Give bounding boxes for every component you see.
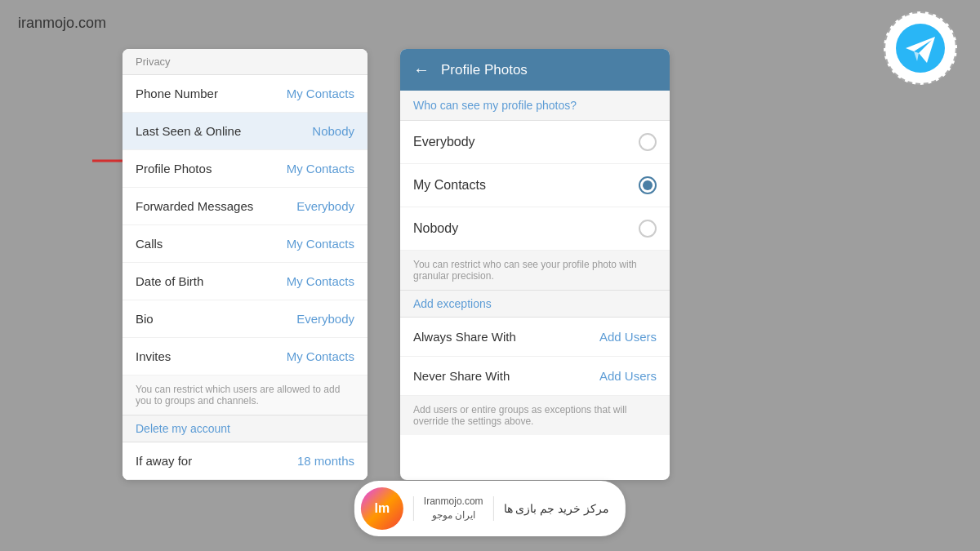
- right-panel-title: Profile Photos: [441, 62, 528, 78]
- option-mycontacts-label: My Contacts: [413, 178, 486, 193]
- telegram-logo: [884, 11, 957, 85]
- invites-note: You can restrict which users are allowed…: [122, 375, 368, 415]
- option-everybody-row[interactable]: Everybody: [400, 121, 670, 164]
- profile-photos-label: Profile Photos: [136, 162, 212, 176]
- option-mycontacts-radio[interactable]: [639, 176, 657, 194]
- profile-photos-info: You can restrict who can see your profil…: [400, 251, 670, 291]
- invites-label: Invites: [136, 349, 171, 363]
- option-nobody-label: Nobody: [413, 221, 458, 236]
- banner-text: مرکز خرید جم بازی ها: [504, 502, 610, 515]
- if-away-label: If away for: [136, 454, 192, 468]
- option-nobody-row[interactable]: Nobody: [400, 207, 670, 251]
- privacy-section-header: Privacy: [122, 49, 368, 75]
- left-panel: Privacy Phone Number My Contacts Last Se…: [122, 49, 368, 480]
- date-of-birth-value: My Contacts: [287, 274, 354, 288]
- banner-site-name: Iranmojo.comایران موجو: [424, 495, 483, 522]
- profile-photos-value: My Contacts: [287, 162, 354, 176]
- date-of-birth-label: Date of Birth: [136, 274, 203, 288]
- forwarded-messages-label: Forwarded Messages: [136, 199, 253, 213]
- right-panel: ← Profile Photos Who can see my profile …: [400, 49, 670, 480]
- banner-logo: Im: [361, 487, 403, 530]
- date-of-birth-row[interactable]: Date of Birth My Contacts: [122, 263, 368, 300]
- option-mycontacts-row[interactable]: My Contacts: [400, 164, 670, 207]
- phone-number-row[interactable]: Phone Number My Contacts: [122, 75, 368, 113]
- never-share-row: Never Share With Add Users: [400, 357, 670, 396]
- bio-row[interactable]: Bio Everybody: [122, 300, 368, 338]
- svg-point-0: [896, 24, 945, 73]
- forwarded-messages-value: Everybody: [296, 199, 354, 213]
- last-seen-label: Last Seen & Online: [136, 124, 241, 138]
- right-panel-header: ← Profile Photos: [400, 49, 670, 91]
- calls-label: Calls: [136, 237, 163, 251]
- calls-value: My Contacts: [287, 237, 354, 251]
- always-share-row: Always Share With Add Users: [400, 318, 670, 357]
- invites-value: My Contacts: [287, 349, 354, 363]
- option-everybody-radio[interactable]: [639, 133, 657, 151]
- always-share-add-button[interactable]: Add Users: [599, 330, 657, 344]
- profile-photos-row[interactable]: Profile Photos My Contacts: [122, 150, 368, 188]
- phone-number-label: Phone Number: [136, 87, 218, 100]
- never-share-label: Never Share With: [413, 369, 510, 383]
- bio-value: Everybody: [296, 312, 354, 326]
- banner-divider: [413, 496, 414, 521]
- bio-label: Bio: [136, 312, 154, 326]
- profile-photos-question: Who can see my profile photos?: [400, 91, 670, 121]
- invites-row[interactable]: Invites My Contacts: [122, 338, 368, 375]
- watermark: iranmojo.com: [18, 15, 106, 32]
- option-nobody-radio[interactable]: [639, 220, 657, 238]
- always-share-label: Always Share With: [413, 330, 516, 344]
- calls-row[interactable]: Calls My Contacts: [122, 225, 368, 263]
- last-seen-row[interactable]: Last Seen & Online Nobody: [122, 113, 368, 150]
- if-away-row[interactable]: If away for 18 months: [122, 442, 368, 480]
- bottom-banner: Im Iranmojo.comایران موجو مرکز خرید جم ب…: [354, 481, 626, 536]
- option-everybody-label: Everybody: [413, 135, 475, 149]
- delete-account-header: Delete my account: [122, 415, 368, 442]
- phone-number-value: My Contacts: [287, 87, 354, 100]
- last-seen-value: Nobody: [312, 124, 354, 138]
- banner-divider2: [493, 496, 494, 521]
- forwarded-messages-row[interactable]: Forwarded Messages Everybody: [122, 188, 368, 225]
- exceptions-header: Add exceptions: [400, 291, 670, 318]
- back-button[interactable]: ←: [413, 60, 430, 79]
- never-share-add-button[interactable]: Add Users: [599, 369, 657, 383]
- if-away-value: 18 months: [297, 454, 354, 468]
- exception-note: Add users or entire groups as exceptions…: [400, 396, 670, 435]
